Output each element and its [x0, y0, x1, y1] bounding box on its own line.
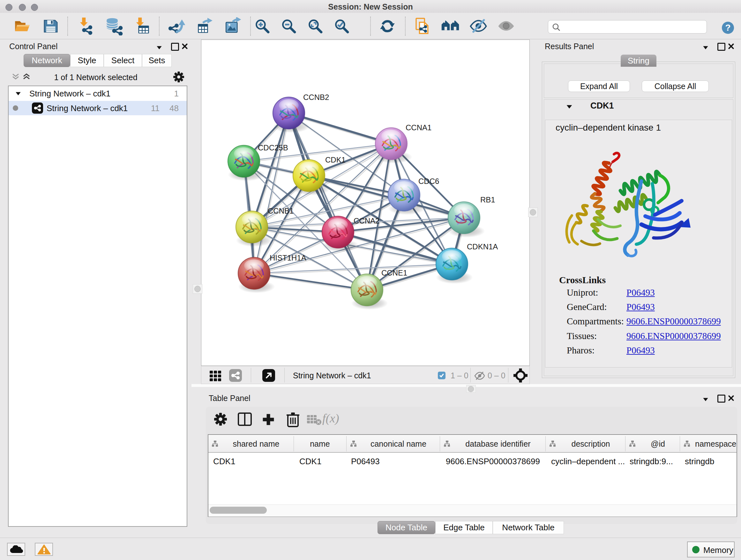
- svg-text:CDK1: CDK1: [325, 155, 346, 164]
- svg-text:CCNA1: CCNA1: [406, 123, 431, 132]
- svg-text:CCNB1: CCNB1: [268, 206, 293, 215]
- svg-text:RB1: RB1: [480, 195, 495, 204]
- svg-text:CDKN1A: CDKN1A: [467, 242, 498, 251]
- svg-text:CCNB2: CCNB2: [303, 93, 329, 102]
- svg-text:CCNA2: CCNA2: [354, 216, 380, 225]
- svg-text:CDC25B: CDC25B: [258, 143, 288, 152]
- svg-text:CDC6: CDC6: [418, 177, 439, 186]
- svg-text:HIST1H1A: HIST1H1A: [270, 253, 307, 262]
- svg-text:CCNE1: CCNE1: [381, 268, 407, 277]
